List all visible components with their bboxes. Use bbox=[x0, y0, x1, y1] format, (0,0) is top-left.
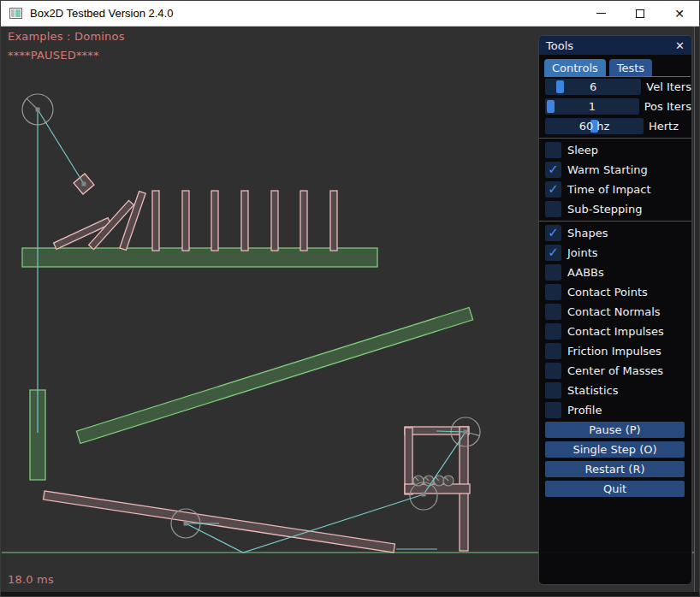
check-row-contact-points: Contact Points bbox=[545, 284, 691, 300]
tab-bar: ControlsTests bbox=[544, 59, 691, 77]
check-row-profile: Profile bbox=[545, 402, 691, 418]
checkbox-center-of-masses[interactable] bbox=[545, 363, 561, 379]
tab-controls[interactable]: Controls bbox=[544, 59, 606, 76]
domino-3[interactable] bbox=[211, 191, 218, 251]
maximize-button[interactable] bbox=[620, 1, 660, 26]
app-icon bbox=[9, 8, 22, 19]
slider-label: Hertz bbox=[649, 120, 679, 133]
checkbox-contact-impulses[interactable] bbox=[545, 323, 561, 340]
anchor-shelf bbox=[422, 493, 426, 497]
panel-close-icon[interactable]: ✕ bbox=[675, 40, 685, 51]
domino-fallen-3[interactable] bbox=[120, 192, 145, 251]
checkbox-profile[interactable] bbox=[545, 402, 561, 418]
domino-5[interactable] bbox=[271, 191, 278, 251]
slider-vel-iters[interactable]: 6 bbox=[545, 79, 641, 95]
checkbox-sleep[interactable] bbox=[545, 142, 561, 158]
solver-flags-group: Sleep✓Warm Starting✓Time of ImpactSub-St… bbox=[539, 142, 691, 217]
check-row-statistics: Statistics bbox=[545, 382, 691, 399]
anchor-pendulum-box bbox=[82, 182, 86, 186]
check-row-shapes: ✓Shapes bbox=[545, 225, 691, 241]
example-label: Examples : Dominos bbox=[8, 30, 125, 43]
check-row-time-of-impact: ✓Time of Impact bbox=[545, 181, 691, 198]
slider-value: 6 bbox=[545, 79, 641, 95]
checkbox-statistics[interactable] bbox=[545, 382, 561, 399]
checkmark-icon: ✓ bbox=[548, 183, 559, 196]
single-step-o-button[interactable]: Single Step (O) bbox=[545, 441, 685, 458]
platform bbox=[22, 248, 377, 267]
maximize-icon bbox=[636, 9, 644, 18]
check-row-contact-impulses: Contact Impulses bbox=[545, 323, 691, 340]
check-label-sleep: Sleep bbox=[567, 144, 598, 157]
separator bbox=[539, 138, 691, 139]
domino-7[interactable] bbox=[330, 191, 337, 251]
check-row-contact-normals: Contact Normals bbox=[545, 304, 691, 320]
domino-2[interactable] bbox=[182, 191, 189, 251]
slider-row-pos-iters: 1Pos Iters bbox=[545, 98, 691, 115]
paused-label: ****PAUSED**** bbox=[8, 49, 99, 62]
checkbox-contact-normals[interactable] bbox=[545, 304, 561, 320]
checkmark-icon: ✓ bbox=[548, 246, 559, 259]
check-row-aabbs: AABBs bbox=[545, 264, 691, 281]
separator bbox=[539, 221, 691, 222]
checkmark-icon: ✓ bbox=[548, 163, 559, 176]
close-button[interactable]: ✕ bbox=[660, 1, 699, 26]
check-row-sub-stepping: Sub-Stepping bbox=[545, 201, 691, 217]
slider-label: Vel Iters bbox=[646, 80, 691, 93]
check-label-warm-starting: Warm Starting bbox=[567, 163, 648, 176]
slider-group: 6Vel Iters1Pos Iters60 hzHertz bbox=[539, 79, 691, 134]
slider-row-hertz: 60 hzHertz bbox=[545, 118, 691, 134]
checkbox-warm-starting[interactable]: ✓ bbox=[545, 162, 561, 178]
minimize-button[interactable] bbox=[581, 1, 620, 26]
check-label-profile: Profile bbox=[567, 404, 602, 417]
check-row-center-of-masses: Center of Masses bbox=[545, 363, 691, 379]
check-label-shapes: Shapes bbox=[567, 227, 608, 239]
slider-row-vel-iters: 6Vel Iters bbox=[545, 79, 691, 95]
app-window: Examples : Dominos ****PAUSED**** 18.0 m… bbox=[0, 0, 700, 597]
domino-6[interactable] bbox=[300, 191, 307, 251]
check-row-sleep: Sleep bbox=[545, 142, 691, 158]
tab-tests[interactable]: Tests bbox=[609, 59, 652, 76]
ramp-plank bbox=[76, 308, 472, 444]
checkmark-icon: ✓ bbox=[548, 227, 559, 239]
check-label-center-of-masses: Center of Masses bbox=[567, 364, 663, 377]
checkbox-friction-impulses[interactable] bbox=[545, 343, 561, 359]
anchor-frame-top bbox=[464, 430, 468, 434]
slider-pos-iters[interactable]: 1 bbox=[545, 98, 639, 115]
tools-panel-titlebar[interactable]: Tools ✕ bbox=[539, 36, 691, 55]
slider-hertz[interactable]: 60 hz bbox=[545, 118, 644, 134]
slider-label: Pos Iters bbox=[644, 100, 691, 113]
window-titlebar: Box2D Testbed Version 2.4.0 ✕ bbox=[1, 1, 699, 27]
check-label-contact-impulses: Contact Impulses bbox=[567, 325, 664, 338]
check-label-time-of-impact: Time of Impact bbox=[567, 183, 651, 196]
check-label-aabbs: AABBs bbox=[567, 266, 604, 279]
window-title: Box2D Testbed Version 2.4.0 bbox=[30, 7, 173, 20]
checkbox-contact-points[interactable] bbox=[545, 284, 561, 300]
draw-flags-group: ✓Shapes✓JointsAABBsContact PointsContact… bbox=[539, 225, 691, 418]
check-label-joints: Joints bbox=[567, 246, 598, 259]
checkbox-aabbs[interactable] bbox=[545, 264, 561, 281]
slider-value: 60 hz bbox=[545, 118, 644, 134]
domino-1[interactable] bbox=[152, 191, 159, 251]
quit-button[interactable]: Quit bbox=[545, 481, 685, 497]
window-controls: ✕ bbox=[581, 1, 699, 26]
check-label-sub-stepping: Sub-Stepping bbox=[567, 203, 642, 216]
tools-panel-body: ControlsTests 6Vel Iters1Pos Iters60 hzH… bbox=[539, 55, 691, 497]
slider-value: 1 bbox=[545, 98, 639, 115]
check-label-contact-normals: Contact Normals bbox=[567, 305, 661, 318]
anchor-top-left bbox=[36, 108, 40, 112]
window-bottom-border bbox=[1, 592, 699, 596]
pause-p-button[interactable]: Pause (P) bbox=[545, 422, 685, 438]
check-label-contact-points: Contact Points bbox=[567, 286, 648, 298]
checkbox-time-of-impact[interactable]: ✓ bbox=[545, 181, 561, 198]
seesaw-plank[interactable] bbox=[44, 491, 395, 553]
checkbox-sub-stepping[interactable] bbox=[545, 201, 561, 217]
frame-time-label: 18.0 ms bbox=[8, 573, 54, 586]
joint-pendulum-box bbox=[38, 109, 84, 184]
domino-4[interactable] bbox=[241, 191, 248, 251]
checkbox-shapes[interactable]: ✓ bbox=[545, 225, 561, 241]
action-buttons-group: Pause (P)Single Step (O)Restart (R)Quit bbox=[539, 422, 691, 497]
restart-r-button[interactable]: Restart (R) bbox=[545, 461, 685, 477]
checkbox-joints[interactable]: ✓ bbox=[545, 245, 561, 261]
check-row-warm-starting: ✓Warm Starting bbox=[545, 162, 691, 178]
window-right-border bbox=[694, 27, 699, 596]
